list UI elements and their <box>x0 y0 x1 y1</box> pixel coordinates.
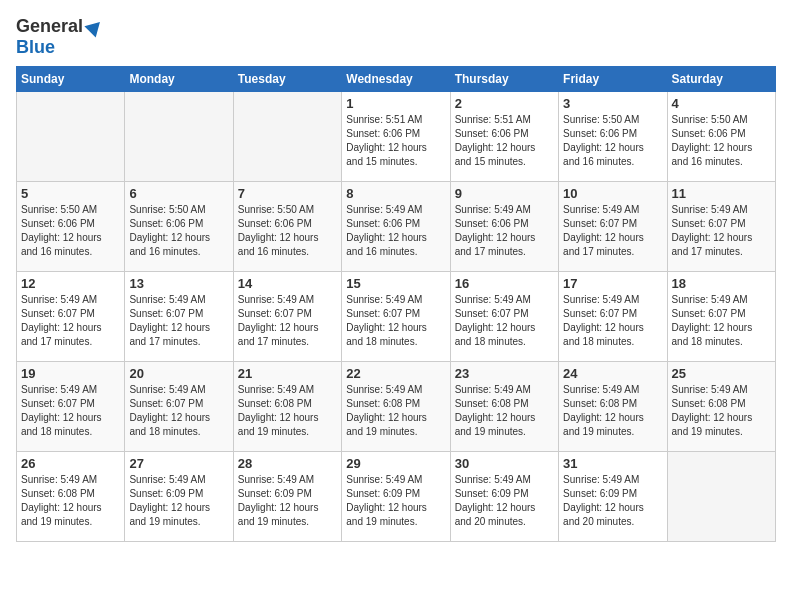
sunrise-label: Sunrise: 5:49 AM <box>21 384 97 395</box>
sunset-label: Sunset: 6:06 PM <box>455 218 529 229</box>
calendar-cell: 6 Sunrise: 5:50 AM Sunset: 6:06 PM Dayli… <box>125 182 233 272</box>
day-info: Sunrise: 5:49 AM Sunset: 6:07 PM Dayligh… <box>21 293 120 349</box>
day-info: Sunrise: 5:49 AM Sunset: 6:07 PM Dayligh… <box>346 293 445 349</box>
day-info: Sunrise: 5:49 AM Sunset: 6:07 PM Dayligh… <box>563 293 662 349</box>
daylight-label: Daylight: 12 hours and 17 minutes. <box>563 232 644 257</box>
daylight-label: Daylight: 12 hours and 18 minutes. <box>346 322 427 347</box>
sunset-label: Sunset: 6:06 PM <box>129 218 203 229</box>
day-info: Sunrise: 5:49 AM Sunset: 6:08 PM Dayligh… <box>563 383 662 439</box>
daylight-label: Daylight: 12 hours and 17 minutes. <box>21 322 102 347</box>
sunrise-label: Sunrise: 5:49 AM <box>346 294 422 305</box>
day-number: 18 <box>672 276 771 291</box>
sunset-label: Sunset: 6:07 PM <box>21 398 95 409</box>
sunset-label: Sunset: 6:06 PM <box>455 128 529 139</box>
day-info: Sunrise: 5:49 AM Sunset: 6:07 PM Dayligh… <box>129 293 228 349</box>
sunrise-label: Sunrise: 5:49 AM <box>455 474 531 485</box>
sunset-label: Sunset: 6:09 PM <box>129 488 203 499</box>
daylight-label: Daylight: 12 hours and 16 minutes. <box>346 232 427 257</box>
header-day-thursday: Thursday <box>450 67 558 92</box>
sunrise-label: Sunrise: 5:49 AM <box>346 204 422 215</box>
daylight-label: Daylight: 12 hours and 19 minutes. <box>346 502 427 527</box>
day-info: Sunrise: 5:50 AM Sunset: 6:06 PM Dayligh… <box>672 113 771 169</box>
sunset-label: Sunset: 6:07 PM <box>238 308 312 319</box>
calendar-cell: 12 Sunrise: 5:49 AM Sunset: 6:07 PM Dayl… <box>17 272 125 362</box>
sunset-label: Sunset: 6:09 PM <box>238 488 312 499</box>
sunset-label: Sunset: 6:08 PM <box>346 398 420 409</box>
day-info: Sunrise: 5:49 AM Sunset: 6:09 PM Dayligh… <box>346 473 445 529</box>
week-row-5: 26 Sunrise: 5:49 AM Sunset: 6:08 PM Dayl… <box>17 452 776 542</box>
logo-icon <box>84 16 105 37</box>
calendar-cell: 10 Sunrise: 5:49 AM Sunset: 6:07 PM Dayl… <box>559 182 667 272</box>
sunrise-label: Sunrise: 5:50 AM <box>238 204 314 215</box>
daylight-label: Daylight: 12 hours and 20 minutes. <box>455 502 536 527</box>
calendar-cell: 26 Sunrise: 5:49 AM Sunset: 6:08 PM Dayl… <box>17 452 125 542</box>
calendar-cell: 13 Sunrise: 5:49 AM Sunset: 6:07 PM Dayl… <box>125 272 233 362</box>
week-row-3: 12 Sunrise: 5:49 AM Sunset: 6:07 PM Dayl… <box>17 272 776 362</box>
sunset-label: Sunset: 6:06 PM <box>672 128 746 139</box>
sunrise-label: Sunrise: 5:49 AM <box>21 474 97 485</box>
daylight-label: Daylight: 12 hours and 17 minutes. <box>238 322 319 347</box>
calendar-cell: 5 Sunrise: 5:50 AM Sunset: 6:06 PM Dayli… <box>17 182 125 272</box>
calendar-cell: 28 Sunrise: 5:49 AM Sunset: 6:09 PM Dayl… <box>233 452 341 542</box>
sunrise-label: Sunrise: 5:49 AM <box>238 384 314 395</box>
day-number: 3 <box>563 96 662 111</box>
sunset-label: Sunset: 6:07 PM <box>672 218 746 229</box>
calendar-cell <box>125 92 233 182</box>
daylight-label: Daylight: 12 hours and 16 minutes. <box>129 232 210 257</box>
header-day-sunday: Sunday <box>17 67 125 92</box>
daylight-label: Daylight: 12 hours and 15 minutes. <box>346 142 427 167</box>
calendar-cell: 14 Sunrise: 5:49 AM Sunset: 6:07 PM Dayl… <box>233 272 341 362</box>
day-info: Sunrise: 5:49 AM Sunset: 6:09 PM Dayligh… <box>563 473 662 529</box>
day-info: Sunrise: 5:51 AM Sunset: 6:06 PM Dayligh… <box>346 113 445 169</box>
calendar-cell: 23 Sunrise: 5:49 AM Sunset: 6:08 PM Dayl… <box>450 362 558 452</box>
calendar-table: SundayMondayTuesdayWednesdayThursdayFrid… <box>16 66 776 542</box>
day-number: 21 <box>238 366 337 381</box>
day-info: Sunrise: 5:49 AM Sunset: 6:09 PM Dayligh… <box>129 473 228 529</box>
calendar-cell: 17 Sunrise: 5:49 AM Sunset: 6:07 PM Dayl… <box>559 272 667 362</box>
logo-blue-text: Blue <box>16 37 55 58</box>
day-number: 14 <box>238 276 337 291</box>
daylight-label: Daylight: 12 hours and 19 minutes. <box>21 502 102 527</box>
daylight-label: Daylight: 12 hours and 19 minutes. <box>129 502 210 527</box>
day-info: Sunrise: 5:49 AM Sunset: 6:08 PM Dayligh… <box>238 383 337 439</box>
sunrise-label: Sunrise: 5:49 AM <box>563 204 639 215</box>
calendar-cell: 3 Sunrise: 5:50 AM Sunset: 6:06 PM Dayli… <box>559 92 667 182</box>
day-number: 4 <box>672 96 771 111</box>
day-info: Sunrise: 5:49 AM Sunset: 6:06 PM Dayligh… <box>346 203 445 259</box>
sunset-label: Sunset: 6:07 PM <box>563 218 637 229</box>
daylight-label: Daylight: 12 hours and 16 minutes. <box>238 232 319 257</box>
day-number: 29 <box>346 456 445 471</box>
daylight-label: Daylight: 12 hours and 15 minutes. <box>455 142 536 167</box>
sunset-label: Sunset: 6:06 PM <box>21 218 95 229</box>
day-number: 7 <box>238 186 337 201</box>
sunrise-label: Sunrise: 5:49 AM <box>563 294 639 305</box>
sunrise-label: Sunrise: 5:50 AM <box>672 114 748 125</box>
calendar-cell: 2 Sunrise: 5:51 AM Sunset: 6:06 PM Dayli… <box>450 92 558 182</box>
calendar-cell: 31 Sunrise: 5:49 AM Sunset: 6:09 PM Dayl… <box>559 452 667 542</box>
sunset-label: Sunset: 6:07 PM <box>129 308 203 319</box>
calendar-cell: 24 Sunrise: 5:49 AM Sunset: 6:08 PM Dayl… <box>559 362 667 452</box>
day-info: Sunrise: 5:50 AM Sunset: 6:06 PM Dayligh… <box>129 203 228 259</box>
sunset-label: Sunset: 6:06 PM <box>346 218 420 229</box>
daylight-label: Daylight: 12 hours and 19 minutes. <box>672 412 753 437</box>
header-day-wednesday: Wednesday <box>342 67 450 92</box>
calendar-cell: 8 Sunrise: 5:49 AM Sunset: 6:06 PM Dayli… <box>342 182 450 272</box>
sunrise-label: Sunrise: 5:49 AM <box>346 474 422 485</box>
sunset-label: Sunset: 6:07 PM <box>563 308 637 319</box>
sunrise-label: Sunrise: 5:49 AM <box>672 384 748 395</box>
daylight-label: Daylight: 12 hours and 17 minutes. <box>672 232 753 257</box>
daylight-label: Daylight: 12 hours and 19 minutes. <box>563 412 644 437</box>
sunrise-label: Sunrise: 5:49 AM <box>672 204 748 215</box>
sunset-label: Sunset: 6:09 PM <box>346 488 420 499</box>
calendar-cell: 15 Sunrise: 5:49 AM Sunset: 6:07 PM Dayl… <box>342 272 450 362</box>
day-info: Sunrise: 5:49 AM Sunset: 6:08 PM Dayligh… <box>455 383 554 439</box>
day-number: 17 <box>563 276 662 291</box>
daylight-label: Daylight: 12 hours and 19 minutes. <box>455 412 536 437</box>
day-number: 27 <box>129 456 228 471</box>
sunrise-label: Sunrise: 5:49 AM <box>129 294 205 305</box>
day-info: Sunrise: 5:50 AM Sunset: 6:06 PM Dayligh… <box>238 203 337 259</box>
day-info: Sunrise: 5:49 AM Sunset: 6:07 PM Dayligh… <box>672 203 771 259</box>
logo-general-text: General <box>16 16 83 37</box>
day-number: 5 <box>21 186 120 201</box>
day-number: 31 <box>563 456 662 471</box>
